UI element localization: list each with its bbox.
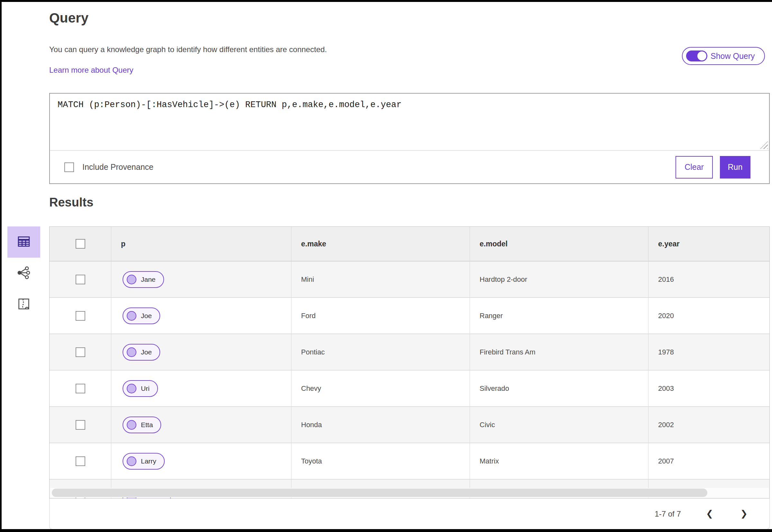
learn-more-link[interactable]: Learn more about Query — [49, 66, 133, 75]
row-checkbox[interactable] — [76, 347, 85, 357]
table-row: Joe Pontiac Firebird Trans Am 1978 — [50, 334, 769, 371]
run-button[interactable]: Run — [720, 156, 750, 179]
table-row: Joe Ford Ranger 2020 — [50, 298, 769, 334]
query-panel-footer: Include Provenance Clear Run — [50, 151, 769, 184]
clear-button[interactable]: Clear — [675, 156, 713, 179]
table-header-row: p e.make e.model e.year — [50, 227, 769, 261]
row-checkbox[interactable] — [76, 456, 85, 466]
include-provenance-label: Include Provenance — [82, 162, 153, 172]
column-header-p: p — [111, 227, 291, 261]
entity-dot-icon — [127, 456, 136, 466]
entity-pill[interactable]: Uri — [123, 380, 158, 397]
entity-pill[interactable]: Jane — [123, 271, 164, 288]
query-editor-area: MATCH (p:Person)-[:HasVehicle]->(e) RETU… — [50, 94, 769, 151]
row-checkbox[interactable] — [76, 384, 85, 393]
tab-link-chart-view[interactable] — [7, 258, 40, 289]
table-row: Uri Chevy Silverado 2003 — [50, 371, 769, 407]
query-page: Query You can query a knowledge graph to… — [2, 2, 772, 529]
pagination-bar: 1-7 of 7 ❮ ❯ — [49, 499, 770, 529]
view-switcher — [7, 226, 40, 320]
entity-pill[interactable]: Joe — [123, 307, 160, 324]
toggle-switch-icon[interactable] — [686, 50, 707, 61]
select-all-checkbox[interactable] — [76, 239, 85, 249]
entity-dot-icon — [127, 275, 136, 284]
tab-map-view[interactable] — [7, 289, 40, 320]
row-checkbox[interactable] — [76, 420, 85, 430]
table-row: Etta Honda Civic 2002 — [50, 407, 769, 443]
include-provenance-checkbox[interactable] — [64, 162, 74, 172]
query-input[interactable]: MATCH (p:Person)-[:HasVehicle]->(e) RETU… — [50, 94, 769, 150]
horizontal-scrollbar-thumb[interactable] — [52, 489, 707, 497]
row-checkbox[interactable] — [76, 311, 85, 321]
column-header-model: e.model — [470, 227, 648, 261]
row-checkbox[interactable] — [76, 275, 85, 284]
entity-pill[interactable]: Etta — [123, 417, 161, 433]
table-row: Jane Mini Hardtop 2-door 2016 — [50, 261, 769, 298]
column-header-year: e.year — [648, 227, 769, 261]
results-table: p e.make e.model e.year Jane Mini Hardto… — [49, 226, 770, 499]
show-query-label: Show Query — [711, 51, 755, 61]
table-icon — [16, 234, 31, 250]
column-header-make: e.make — [291, 227, 470, 261]
link-chart-icon — [16, 265, 31, 281]
entity-dot-icon — [127, 311, 136, 321]
entity-pill[interactable]: Larry — [123, 453, 165, 470]
page-title: Query — [49, 10, 88, 26]
show-query-toggle[interactable]: Show Query — [682, 47, 765, 65]
entity-dot-icon — [127, 420, 136, 430]
next-page-icon[interactable]: ❯ — [738, 508, 749, 520]
pagination-range: 1-7 of 7 — [655, 509, 681, 518]
entity-dot-icon — [127, 384, 136, 393]
previous-page-icon[interactable]: ❮ — [704, 508, 715, 520]
entity-dot-icon — [127, 347, 136, 357]
horizontal-scrollbar-track[interactable] — [50, 488, 769, 498]
page-description: You can query a knowledge graph to ident… — [49, 45, 327, 54]
table-row: Larry Toyota Matrix 2007 — [50, 443, 769, 480]
tab-table-view[interactable] — [7, 226, 40, 258]
map-icon — [16, 297, 31, 313]
include-provenance-option[interactable]: Include Provenance — [64, 162, 153, 172]
query-editor-panel: MATCH (p:Person)-[:HasVehicle]->(e) RETU… — [49, 93, 770, 184]
entity-pill[interactable]: Joe — [123, 344, 160, 361]
results-title: Results — [49, 196, 93, 209]
